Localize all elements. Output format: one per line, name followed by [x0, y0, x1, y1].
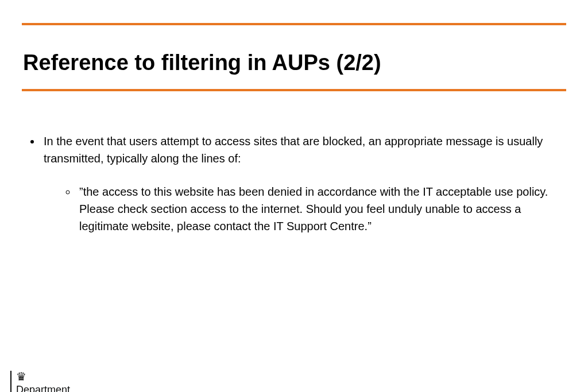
bullet-list: In the event that users attempt to acces…	[23, 133, 565, 235]
footer-branding: ♛ Department for Education	[10, 371, 77, 392]
crest-icon: ♛	[16, 371, 77, 382]
divider-under-title	[22, 89, 566, 91]
sub-bullet-text: ”the access to this website has been den…	[79, 185, 548, 232]
body-content: In the event that users attempt to acces…	[23, 133, 565, 235]
divider-top	[22, 23, 566, 25]
slide: Reference to filtering in AUPs (2/2) In …	[0, 23, 588, 392]
sub-bullet-item: ”the access to this website has been den…	[77, 183, 565, 235]
bullet-item: In the event that users attempt to acces…	[41, 133, 565, 235]
bullet-text: In the event that users attempt to acces…	[44, 135, 543, 165]
department-line-1: Department	[16, 383, 77, 392]
sub-bullet-list: ”the access to this website has been den…	[44, 183, 565, 235]
page-title: Reference to filtering in AUPs (2/2)	[23, 51, 565, 75]
